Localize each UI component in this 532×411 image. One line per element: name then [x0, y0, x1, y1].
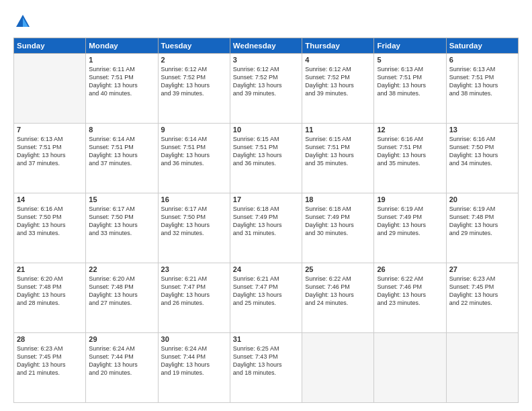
- cell-info: Sunrise: 6:13 AMSunset: 7:51 PMDaylight:…: [17, 135, 83, 168]
- calendar-header-row: SundayMondayTuesdayWednesdayThursdayFrid…: [14, 38, 519, 54]
- day-number: 23: [161, 265, 227, 273]
- calendar-cell: 11Sunrise: 6:15 AMSunset: 7:51 PMDayligh…: [302, 124, 374, 193]
- cell-info: Sunrise: 6:21 AMSunset: 7:47 PMDaylight:…: [233, 275, 299, 308]
- day-header-tuesday: Tuesday: [158, 38, 230, 54]
- cell-info: Sunrise: 6:11 AMSunset: 7:51 PMDaylight:…: [89, 65, 154, 98]
- calendar-cell: [374, 333, 446, 403]
- calendar-cell: [14, 54, 86, 124]
- cell-info: Sunrise: 6:20 AMSunset: 7:48 PMDaylight:…: [17, 275, 83, 308]
- day-number: 8: [89, 126, 154, 134]
- cell-info: Sunrise: 6:22 AMSunset: 7:46 PMDaylight:…: [305, 275, 371, 308]
- cell-info: Sunrise: 6:12 AMSunset: 7:52 PMDaylight:…: [161, 65, 227, 98]
- calendar-cell: 6Sunrise: 6:13 AMSunset: 7:51 PMDaylight…: [446, 54, 518, 124]
- calendar-cell: 27Sunrise: 6:23 AMSunset: 7:45 PMDayligh…: [446, 263, 518, 333]
- calendar-cell: 5Sunrise: 6:13 AMSunset: 7:51 PMDaylight…: [374, 54, 446, 124]
- day-number: 3: [233, 56, 299, 64]
- calendar-cell: 28Sunrise: 6:23 AMSunset: 7:45 PMDayligh…: [14, 333, 86, 403]
- day-number: 19: [377, 195, 443, 203]
- cell-info: Sunrise: 6:24 AMSunset: 7:44 PMDaylight:…: [161, 345, 227, 377]
- day-number: 16: [161, 195, 227, 203]
- calendar-cell: 15Sunrise: 6:17 AMSunset: 7:50 PMDayligh…: [86, 193, 158, 263]
- day-number: 29: [89, 335, 154, 343]
- cell-info: Sunrise: 6:16 AMSunset: 7:50 PMDaylight:…: [17, 205, 83, 238]
- day-number: 2: [161, 56, 227, 64]
- day-number: 22: [89, 265, 154, 273]
- cell-info: Sunrise: 6:16 AMSunset: 7:51 PMDaylight:…: [377, 135, 443, 168]
- calendar-cell: 2Sunrise: 6:12 AMSunset: 7:52 PMDaylight…: [158, 54, 230, 124]
- calendar-cell: 8Sunrise: 6:14 AMSunset: 7:51 PMDaylight…: [86, 124, 158, 193]
- day-number: 26: [377, 265, 443, 273]
- day-number: 11: [305, 126, 371, 134]
- cell-info: Sunrise: 6:18 AMSunset: 7:49 PMDaylight:…: [233, 205, 299, 238]
- calendar-cell: 4Sunrise: 6:12 AMSunset: 7:52 PMDaylight…: [302, 54, 374, 124]
- day-number: 20: [449, 195, 515, 203]
- cell-info: Sunrise: 6:12 AMSunset: 7:52 PMDaylight:…: [305, 65, 371, 98]
- day-number: 13: [449, 126, 515, 134]
- calendar-cell: 18Sunrise: 6:18 AMSunset: 7:49 PMDayligh…: [302, 193, 374, 263]
- day-header-monday: Monday: [86, 38, 158, 54]
- cell-info: Sunrise: 6:19 AMSunset: 7:49 PMDaylight:…: [377, 205, 443, 238]
- cell-info: Sunrise: 6:18 AMSunset: 7:49 PMDaylight:…: [305, 205, 371, 238]
- cell-info: Sunrise: 6:23 AMSunset: 7:45 PMDaylight:…: [17, 345, 83, 377]
- cell-info: Sunrise: 6:21 AMSunset: 7:47 PMDaylight:…: [161, 275, 227, 308]
- day-number: 27: [449, 265, 515, 273]
- cell-info: Sunrise: 6:16 AMSunset: 7:50 PMDaylight:…: [449, 135, 515, 168]
- logo-icon: [13, 12, 32, 31]
- calendar-week-2: 7Sunrise: 6:13 AMSunset: 7:51 PMDaylight…: [14, 124, 519, 193]
- calendar-cell: 7Sunrise: 6:13 AMSunset: 7:51 PMDaylight…: [14, 124, 86, 193]
- cell-info: Sunrise: 6:15 AMSunset: 7:51 PMDaylight:…: [305, 135, 371, 168]
- calendar-cell: 9Sunrise: 6:14 AMSunset: 7:51 PMDaylight…: [158, 124, 230, 193]
- cell-info: Sunrise: 6:12 AMSunset: 7:52 PMDaylight:…: [233, 65, 299, 98]
- calendar-cell: 30Sunrise: 6:24 AMSunset: 7:44 PMDayligh…: [158, 333, 230, 403]
- day-number: 17: [233, 195, 299, 203]
- calendar-week-3: 14Sunrise: 6:16 AMSunset: 7:50 PMDayligh…: [14, 193, 519, 263]
- calendar-cell: [302, 333, 374, 403]
- calendar-cell: 31Sunrise: 6:25 AMSunset: 7:43 PMDayligh…: [230, 333, 302, 403]
- header: [13, 12, 519, 31]
- calendar-table: SundayMondayTuesdayWednesdayThursdayFrid…: [13, 38, 519, 403]
- cell-info: Sunrise: 6:25 AMSunset: 7:43 PMDaylight:…: [233, 345, 299, 377]
- calendar-week-5: 28Sunrise: 6:23 AMSunset: 7:45 PMDayligh…: [14, 333, 519, 403]
- cell-info: Sunrise: 6:24 AMSunset: 7:44 PMDaylight:…: [89, 345, 154, 377]
- day-number: 18: [305, 195, 371, 203]
- day-number: 28: [17, 335, 83, 343]
- calendar-cell: 23Sunrise: 6:21 AMSunset: 7:47 PMDayligh…: [158, 263, 230, 333]
- cell-info: Sunrise: 6:19 AMSunset: 7:48 PMDaylight:…: [449, 205, 515, 238]
- cell-info: Sunrise: 6:23 AMSunset: 7:45 PMDaylight:…: [449, 275, 515, 308]
- logo: [13, 12, 35, 31]
- day-number: 24: [233, 265, 299, 273]
- calendar-cell: 19Sunrise: 6:19 AMSunset: 7:49 PMDayligh…: [374, 193, 446, 263]
- day-number: 6: [449, 56, 515, 64]
- calendar-cell: 22Sunrise: 6:20 AMSunset: 7:48 PMDayligh…: [86, 263, 158, 333]
- calendar-cell: 1Sunrise: 6:11 AMSunset: 7:51 PMDaylight…: [86, 54, 158, 124]
- day-header-thursday: Thursday: [302, 38, 374, 54]
- calendar-cell: 3Sunrise: 6:12 AMSunset: 7:52 PMDaylight…: [230, 54, 302, 124]
- calendar-cell: 14Sunrise: 6:16 AMSunset: 7:50 PMDayligh…: [14, 193, 86, 263]
- day-header-sunday: Sunday: [14, 38, 86, 54]
- calendar-cell: 10Sunrise: 6:15 AMSunset: 7:51 PMDayligh…: [230, 124, 302, 193]
- calendar-week-4: 21Sunrise: 6:20 AMSunset: 7:48 PMDayligh…: [14, 263, 519, 333]
- page: SundayMondayTuesdayWednesdayThursdayFrid…: [0, 0, 532, 411]
- cell-info: Sunrise: 6:14 AMSunset: 7:51 PMDaylight:…: [89, 135, 154, 168]
- cell-info: Sunrise: 6:17 AMSunset: 7:50 PMDaylight:…: [161, 205, 227, 238]
- cell-info: Sunrise: 6:13 AMSunset: 7:51 PMDaylight:…: [377, 65, 443, 98]
- day-number: 5: [377, 56, 443, 64]
- calendar-cell: 29Sunrise: 6:24 AMSunset: 7:44 PMDayligh…: [86, 333, 158, 403]
- day-header-friday: Friday: [374, 38, 446, 54]
- calendar-cell: 17Sunrise: 6:18 AMSunset: 7:49 PMDayligh…: [230, 193, 302, 263]
- day-number: 9: [161, 126, 227, 134]
- cell-info: Sunrise: 6:22 AMSunset: 7:46 PMDaylight:…: [377, 275, 443, 308]
- day-number: 30: [161, 335, 227, 343]
- day-number: 1: [89, 56, 154, 64]
- day-number: 10: [233, 126, 299, 134]
- day-number: 7: [17, 126, 83, 134]
- cell-info: Sunrise: 6:13 AMSunset: 7:51 PMDaylight:…: [449, 65, 515, 98]
- calendar-cell: 26Sunrise: 6:22 AMSunset: 7:46 PMDayligh…: [374, 263, 446, 333]
- calendar-cell: 16Sunrise: 6:17 AMSunset: 7:50 PMDayligh…: [158, 193, 230, 263]
- day-number: 12: [377, 126, 443, 134]
- calendar-cell: 24Sunrise: 6:21 AMSunset: 7:47 PMDayligh…: [230, 263, 302, 333]
- day-header-wednesday: Wednesday: [230, 38, 302, 54]
- calendar-cell: 25Sunrise: 6:22 AMSunset: 7:46 PMDayligh…: [302, 263, 374, 333]
- calendar-cell: 21Sunrise: 6:20 AMSunset: 7:48 PMDayligh…: [14, 263, 86, 333]
- cell-info: Sunrise: 6:14 AMSunset: 7:51 PMDaylight:…: [161, 135, 227, 168]
